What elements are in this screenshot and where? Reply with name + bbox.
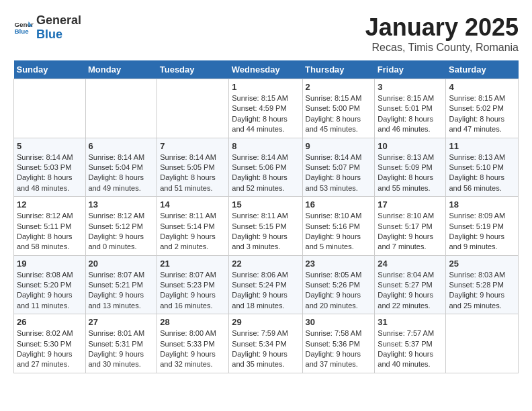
day-info: Sunrise: 8:01 AM Sunset: 5:31 PM Dayligh… — [89, 328, 154, 370]
weekday-header-wednesday: Wednesday — [229, 60, 302, 79]
day-info: Sunrise: 8:04 AM Sunset: 5:27 PM Dayligh… — [378, 270, 443, 312]
page-subtitle: Recas, Timis County, Romania — [365, 42, 519, 54]
day-info: Sunrise: 8:07 AM Sunset: 5:23 PM Dayligh… — [160, 270, 226, 312]
weekday-header-thursday: Thursday — [302, 60, 375, 79]
day-number: 11 — [449, 141, 515, 151]
day-number: 9 — [306, 141, 372, 151]
day-info: Sunrise: 8:14 AM Sunset: 5:04 PM Dayligh… — [89, 152, 154, 194]
day-info: Sunrise: 8:09 AM Sunset: 5:19 PM Dayligh… — [449, 211, 515, 253]
day-info: Sunrise: 8:13 AM Sunset: 5:09 PM Dayligh… — [378, 152, 443, 194]
weekday-header-monday: Monday — [85, 60, 157, 79]
day-info: Sunrise: 8:14 AM Sunset: 5:05 PM Dayligh… — [160, 152, 226, 194]
calendar-cell: 25Sunrise: 8:03 AM Sunset: 5:28 PM Dayli… — [446, 255, 519, 314]
day-number: 21 — [160, 259, 226, 269]
logo-blue: Blue — [36, 28, 81, 42]
calendar-cell: 28Sunrise: 8:00 AM Sunset: 5:33 PM Dayli… — [157, 314, 229, 373]
weekday-header-tuesday: Tuesday — [157, 60, 229, 79]
calendar-cell: 4Sunrise: 8:15 AM Sunset: 5:02 PM Daylig… — [446, 79, 519, 138]
day-info: Sunrise: 8:12 AM Sunset: 5:12 PM Dayligh… — [89, 211, 154, 253]
day-info: Sunrise: 8:15 AM Sunset: 5:00 PM Dayligh… — [306, 93, 372, 135]
day-info: Sunrise: 8:10 AM Sunset: 5:17 PM Dayligh… — [378, 211, 443, 253]
weekday-header-row: SundayMondayTuesdayWednesdayThursdayFrid… — [14, 60, 519, 79]
calendar-cell — [446, 314, 519, 373]
weekday-header-sunday: Sunday — [14, 60, 86, 79]
svg-text:Blue: Blue — [15, 28, 30, 35]
day-number: 15 — [232, 199, 299, 210]
calendar-cell: 2Sunrise: 8:15 AM Sunset: 5:00 PM Daylig… — [302, 79, 375, 138]
day-number: 29 — [232, 317, 299, 327]
day-info: Sunrise: 8:15 AM Sunset: 4:59 PM Dayligh… — [232, 93, 299, 135]
calendar-cell: 22Sunrise: 8:06 AM Sunset: 5:24 PM Dayli… — [229, 255, 302, 314]
calendar-cell: 27Sunrise: 8:01 AM Sunset: 5:31 PM Dayli… — [85, 314, 157, 373]
day-info: Sunrise: 7:59 AM Sunset: 5:34 PM Dayligh… — [232, 328, 299, 370]
day-info: Sunrise: 8:14 AM Sunset: 5:03 PM Dayligh… — [17, 152, 83, 194]
calendar-cell: 1Sunrise: 8:15 AM Sunset: 4:59 PM Daylig… — [229, 79, 302, 138]
svg-text:General: General — [15, 21, 34, 28]
calendar-cell: 29Sunrise: 7:59 AM Sunset: 5:34 PM Dayli… — [229, 314, 302, 373]
day-number: 7 — [160, 141, 226, 151]
day-number: 6 — [89, 141, 154, 151]
week-row-5: 26Sunrise: 8:02 AM Sunset: 5:30 PM Dayli… — [14, 314, 519, 373]
week-row-1: 1Sunrise: 8:15 AM Sunset: 4:59 PM Daylig… — [14, 79, 519, 138]
page-title: January 2025 — [365, 13, 519, 42]
day-number: 12 — [17, 199, 83, 210]
day-info: Sunrise: 8:03 AM Sunset: 5:28 PM Dayligh… — [449, 270, 515, 312]
calendar-cell: 12Sunrise: 8:12 AM Sunset: 5:11 PM Dayli… — [14, 197, 86, 256]
calendar-cell: 26Sunrise: 8:02 AM Sunset: 5:30 PM Dayli… — [14, 314, 86, 373]
day-number: 27 — [89, 317, 154, 327]
day-info: Sunrise: 8:15 AM Sunset: 5:01 PM Dayligh… — [378, 93, 443, 135]
day-number: 10 — [378, 141, 443, 151]
day-number: 30 — [306, 317, 372, 327]
calendar-table: SundayMondayTuesdayWednesdayThursdayFrid… — [13, 60, 519, 373]
calendar-cell: 23Sunrise: 8:05 AM Sunset: 5:26 PM Dayli… — [302, 255, 375, 314]
calendar-cell — [157, 79, 229, 138]
day-info: Sunrise: 8:07 AM Sunset: 5:21 PM Dayligh… — [89, 270, 154, 312]
calendar-cell: 24Sunrise: 8:04 AM Sunset: 5:27 PM Dayli… — [375, 255, 446, 314]
calendar-cell: 11Sunrise: 8:13 AM Sunset: 5:10 PM Dayli… — [446, 138, 519, 197]
week-row-4: 19Sunrise: 8:08 AM Sunset: 5:20 PM Dayli… — [14, 255, 519, 314]
calendar-cell: 16Sunrise: 8:10 AM Sunset: 5:16 PM Dayli… — [302, 197, 375, 256]
calendar-cell: 20Sunrise: 8:07 AM Sunset: 5:21 PM Dayli… — [85, 255, 157, 314]
day-info: Sunrise: 8:05 AM Sunset: 5:26 PM Dayligh… — [306, 270, 372, 312]
day-number: 31 — [378, 317, 443, 327]
day-number: 14 — [160, 199, 226, 210]
day-number: 13 — [89, 199, 154, 210]
weekday-header-friday: Friday — [375, 60, 446, 79]
day-number: 28 — [160, 317, 226, 327]
day-info: Sunrise: 8:12 AM Sunset: 5:11 PM Dayligh… — [17, 211, 83, 253]
week-row-2: 5Sunrise: 8:14 AM Sunset: 5:03 PM Daylig… — [14, 138, 519, 197]
day-info: Sunrise: 8:13 AM Sunset: 5:10 PM Dayligh… — [449, 152, 515, 194]
day-number: 18 — [449, 199, 515, 210]
day-info: Sunrise: 8:15 AM Sunset: 5:02 PM Dayligh… — [449, 93, 515, 135]
calendar-cell: 10Sunrise: 8:13 AM Sunset: 5:09 PM Dayli… — [375, 138, 446, 197]
day-number: 1 — [232, 82, 299, 92]
day-info: Sunrise: 7:58 AM Sunset: 5:36 PM Dayligh… — [306, 328, 372, 370]
calendar-cell: 3Sunrise: 8:15 AM Sunset: 5:01 PM Daylig… — [375, 79, 446, 138]
day-number: 24 — [378, 259, 443, 269]
day-number: 23 — [306, 259, 372, 269]
logo-general: General — [36, 13, 81, 28]
day-info: Sunrise: 8:08 AM Sunset: 5:20 PM Dayligh… — [17, 270, 83, 312]
logo-text: General Blue — [36, 13, 81, 42]
week-row-3: 12Sunrise: 8:12 AM Sunset: 5:11 PM Dayli… — [14, 197, 519, 256]
day-number: 20 — [89, 259, 154, 269]
calendar-cell: 14Sunrise: 8:11 AM Sunset: 5:14 PM Dayli… — [157, 197, 229, 256]
day-number: 3 — [378, 82, 443, 92]
calendar-cell: 5Sunrise: 8:14 AM Sunset: 5:03 PM Daylig… — [14, 138, 86, 197]
logo: General Blue General Blue — [13, 13, 81, 42]
day-info: Sunrise: 8:06 AM Sunset: 5:24 PM Dayligh… — [232, 270, 299, 312]
calendar-cell: 6Sunrise: 8:14 AM Sunset: 5:04 PM Daylig… — [85, 138, 157, 197]
title-section: January 2025 Recas, Timis County, Romani… — [365, 13, 519, 54]
calendar-cell: 21Sunrise: 8:07 AM Sunset: 5:23 PM Dayli… — [157, 255, 229, 314]
calendar-cell: 9Sunrise: 8:14 AM Sunset: 5:07 PM Daylig… — [302, 138, 375, 197]
header: General Blue General Blue January 2025 R… — [13, 13, 519, 54]
day-info: Sunrise: 8:14 AM Sunset: 5:07 PM Dayligh… — [306, 152, 372, 194]
logo-icon: General Blue — [13, 17, 34, 38]
day-info: Sunrise: 8:11 AM Sunset: 5:14 PM Dayligh… — [160, 211, 226, 253]
day-info: Sunrise: 8:14 AM Sunset: 5:06 PM Dayligh… — [232, 152, 299, 194]
calendar-cell: 7Sunrise: 8:14 AM Sunset: 5:05 PM Daylig… — [157, 138, 229, 197]
day-info: Sunrise: 8:02 AM Sunset: 5:30 PM Dayligh… — [17, 328, 83, 370]
calendar-cell — [14, 79, 86, 138]
calendar-cell: 30Sunrise: 7:58 AM Sunset: 5:36 PM Dayli… — [302, 314, 375, 373]
calendar-cell: 13Sunrise: 8:12 AM Sunset: 5:12 PM Dayli… — [85, 197, 157, 256]
